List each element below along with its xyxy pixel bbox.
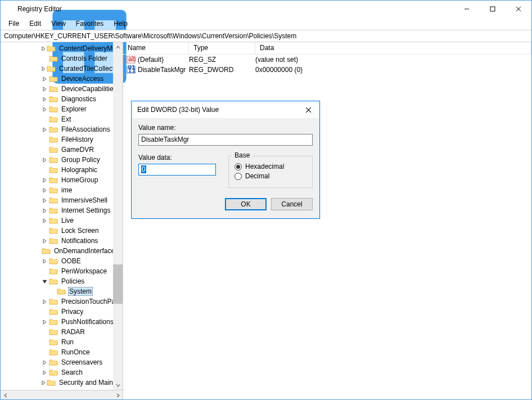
tree-item[interactable]: Policies [2, 276, 123, 286]
tree-item[interactable]: Notifications [2, 236, 123, 246]
tree-twisty-none [41, 227, 48, 235]
chevron-right-icon[interactable] [41, 187, 48, 194]
valuename-field[interactable]: DisableTaskMgr [138, 134, 313, 146]
tree-item-label: FileHistory [60, 136, 94, 143]
tree-item[interactable]: Diagnostics [2, 94, 123, 104]
folder-icon [49, 196, 58, 204]
chevron-right-icon[interactable] [41, 217, 48, 224]
chevron-right-icon[interactable] [41, 177, 48, 184]
tree-item[interactable]: FileAssociations [2, 124, 123, 134]
tree-item[interactable]: CuratedTileCollections [2, 64, 123, 74]
tree-horizontal-scrollbar[interactable] [1, 390, 123, 399]
tree-item[interactable]: RADAR [2, 327, 123, 337]
radio-decimal[interactable]: Decimal [235, 172, 306, 180]
chevron-right-icon[interactable] [41, 106, 48, 113]
tree-item[interactable]: Screensavers [2, 357, 123, 367]
tree-item[interactable]: Security and Maintenan [2, 377, 123, 388]
tree-item[interactable]: ime [2, 185, 123, 195]
minimize-button[interactable] [454, 1, 480, 17]
folder-icon [49, 368, 58, 376]
chevron-right-icon[interactable] [41, 197, 48, 204]
ok-button[interactable]: OK [225, 198, 267, 210]
tree[interactable]: ContentDeliveryManagControls FolderCurat… [1, 42, 123, 390]
tree-item[interactable]: PenWorkspace [2, 266, 123, 276]
list-row[interactable]: (Default)REG_SZ(value not set) [123, 55, 531, 65]
tree-item[interactable]: DeviceCapabilities [2, 84, 123, 94]
folder-icon [49, 348, 58, 356]
tree-item[interactable]: DeviceAccess [2, 74, 123, 84]
tree-item[interactable]: Controls Folder [2, 53, 123, 64]
scroll-thumb[interactable] [113, 264, 123, 304]
tree-item[interactable]: GameDVR [2, 145, 123, 155]
titlebar[interactable]: Registry Editor [1, 1, 531, 17]
tree-item[interactable]: Run [2, 337, 123, 347]
chevron-right-icon[interactable] [41, 75, 48, 83]
tree-item[interactable]: PrecisionTouchPad [2, 296, 123, 307]
menu-file[interactable]: File [4, 19, 24, 29]
tree-item-label: RunOnce [60, 348, 91, 356]
value-data: 0x00000000 (0) [255, 66, 531, 74]
tree-item[interactable]: Holographic [2, 165, 123, 175]
chevron-right-icon[interactable] [41, 207, 48, 214]
cancel-button[interactable]: Cancel [271, 198, 313, 210]
scroll-left-icon[interactable] [1, 390, 10, 400]
chevron-right-icon[interactable] [41, 86, 48, 93]
tree-item[interactable]: Explorer [2, 104, 123, 114]
chevron-right-icon[interactable] [41, 298, 48, 305]
value-data: (value not set) [255, 56, 531, 64]
chevron-right-icon[interactable] [41, 45, 46, 52]
column-type[interactable]: Type [189, 42, 255, 54]
chevron-right-icon[interactable] [41, 156, 48, 164]
tree-item[interactable]: Group Policy [2, 155, 123, 165]
dialog-titlebar[interactable]: Edit DWORD (32-bit) Value [132, 101, 319, 118]
address-bar[interactable]: Computer\HKEY_CURRENT_USER\Software\Micr… [1, 30, 531, 42]
menu-favorites[interactable]: Favorites [71, 19, 108, 29]
chevron-right-icon[interactable] [41, 359, 48, 366]
column-data[interactable]: Data [255, 42, 531, 54]
chevron-right-icon[interactable] [41, 258, 48, 265]
chevron-right-icon[interactable] [41, 237, 48, 245]
scroll-right-icon[interactable] [113, 390, 123, 400]
close-button[interactable] [506, 1, 531, 17]
chevron-right-icon[interactable] [41, 318, 48, 326]
column-name[interactable]: Name [123, 42, 189, 54]
tree-item[interactable]: Lock Screen [2, 226, 123, 236]
maximize-button[interactable] [480, 1, 506, 17]
tree-item[interactable]: RunOnce [2, 347, 123, 357]
chevron-right-icon[interactable] [41, 65, 46, 73]
chevron-right-icon[interactable] [41, 126, 48, 133]
tree-vertical-scrollbar[interactable] [113, 42, 123, 390]
dialog-close-button[interactable] [303, 104, 314, 115]
tree-item[interactable]: Search [2, 367, 123, 377]
chevron-right-icon[interactable] [41, 379, 46, 386]
menu-edit[interactable]: Edit [25, 19, 46, 29]
tree-item[interactable]: HomeGroup [2, 175, 123, 185]
tree-item[interactable]: ImmersiveShell [2, 195, 123, 205]
tree-item[interactable]: OnDemandInterfaceCa [2, 246, 123, 256]
tree-item[interactable]: PushNotifications [2, 317, 123, 327]
base-legend: Base [232, 151, 252, 159]
tree-item[interactable]: System [2, 286, 123, 296]
tree-item[interactable]: FileHistory [2, 134, 123, 145]
value-type: REG_SZ [189, 56, 255, 64]
tree-item[interactable]: Privacy [2, 307, 123, 317]
tree-item[interactable]: Ext [2, 114, 123, 124]
tree-item[interactable]: Live [2, 215, 123, 226]
tree-item[interactable]: ContentDeliveryManag [2, 43, 123, 53]
tree-item-label: OnDemandInterfaceCa [53, 247, 123, 255]
menu-view[interactable]: View [47, 19, 70, 29]
radio-hexadecimal[interactable]: Hexadecimal [235, 163, 306, 170]
scroll-up-icon[interactable] [113, 42, 123, 52]
folder-icon [49, 206, 58, 214]
edit-dword-dialog: Edit DWORD (32-bit) Value Value name: Di… [131, 101, 320, 219]
chevron-right-icon[interactable] [41, 369, 48, 376]
list-header[interactable]: Name Type Data [123, 42, 531, 55]
tree-item[interactable]: OOBE [2, 256, 123, 266]
list-row[interactable]: DisableTaskMgrREG_DWORD0x00000000 (0) [123, 65, 531, 75]
tree-item[interactable]: Internet Settings [2, 205, 123, 215]
chevron-down-icon[interactable] [41, 278, 48, 285]
valuedata-field[interactable]: 0 [138, 164, 216, 176]
chevron-right-icon[interactable] [41, 96, 48, 103]
menu-help[interactable]: Help [109, 19, 132, 29]
scroll-down-icon[interactable] [113, 380, 123, 390]
